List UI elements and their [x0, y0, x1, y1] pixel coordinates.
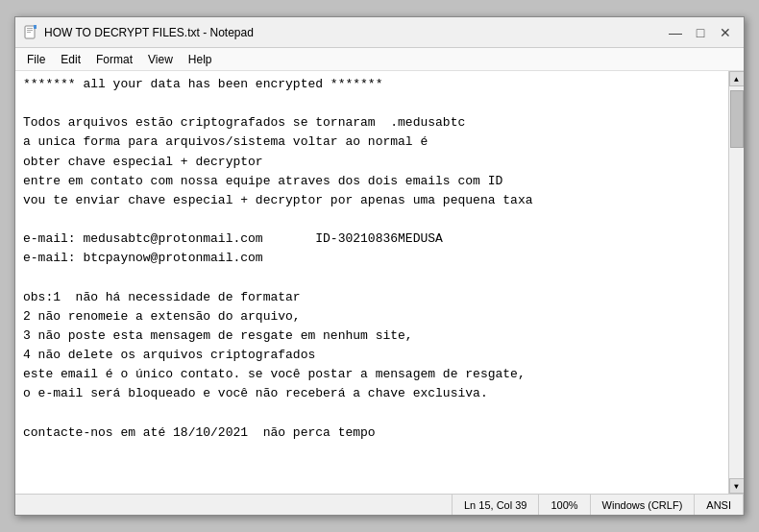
notepad-window: HOW TO DECRYPT FILES.txt - Notepad — □ ✕… [14, 16, 745, 516]
close-button[interactable]: ✕ [715, 22, 736, 43]
minimize-button[interactable]: — [665, 22, 686, 43]
status-position-value: Ln 15, Col 39 [453, 495, 539, 515]
menu-view[interactable]: View [140, 51, 181, 68]
svg-rect-2 [27, 30, 33, 31]
status-encoding: ANSI [695, 495, 744, 515]
maximize-button[interactable]: □ [690, 22, 711, 43]
text-editor[interactable]: ******* all your data has been encrypted… [15, 71, 728, 494]
content-area: ******* all your data has been encrypted… [15, 71, 744, 494]
svg-rect-4 [34, 25, 37, 29]
svg-rect-1 [27, 28, 33, 29]
svg-rect-3 [27, 32, 31, 33]
menu-format[interactable]: Format [88, 51, 140, 68]
status-position [15, 495, 453, 515]
menu-help[interactable]: Help [181, 51, 220, 68]
menu-edit[interactable]: Edit [53, 51, 88, 68]
vertical-scrollbar[interactable]: ▲ ▼ [728, 71, 744, 494]
menu-file[interactable]: File [19, 51, 53, 68]
window-controls: — □ ✕ [665, 22, 736, 43]
scroll-thumb[interactable] [730, 90, 744, 148]
status-bar: Ln 15, Col 39 100% Windows (CRLF) ANSI [15, 494, 744, 515]
status-zoom: 100% [539, 495, 590, 515]
scroll-down-arrow[interactable]: ▼ [729, 478, 745, 494]
window-title: HOW TO DECRYPT FILES.txt - Notepad [44, 26, 665, 39]
menu-bar: File Edit Format View Help [15, 48, 744, 71]
status-line-ending: Windows (CRLF) [591, 495, 696, 515]
title-bar: HOW TO DECRYPT FILES.txt - Notepad — □ ✕ [15, 17, 744, 48]
scroll-track[interactable] [729, 86, 744, 478]
scroll-up-arrow[interactable]: ▲ [729, 71, 745, 86]
notepad-icon [23, 25, 38, 40]
